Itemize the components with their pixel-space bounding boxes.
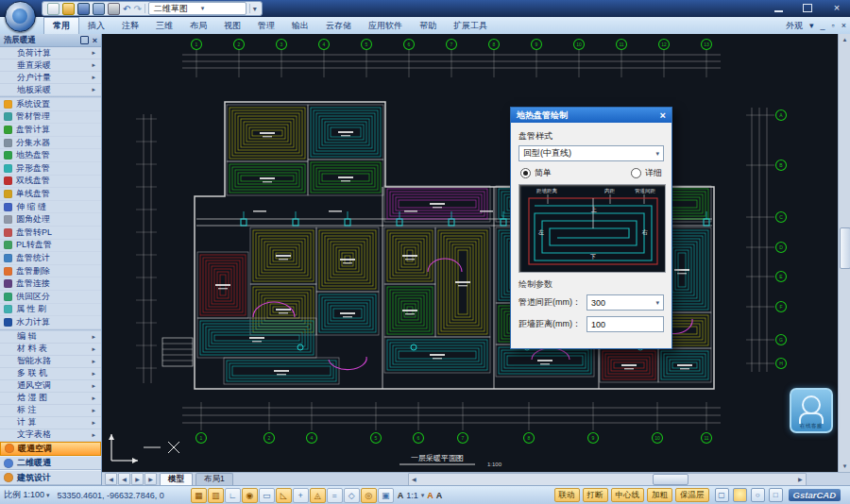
ribbon-tab-1[interactable]: 常用 <box>43 17 79 34</box>
polar-icon[interactable]: ◉ <box>242 488 258 503</box>
otrack-icon[interactable]: = <box>327 488 343 503</box>
sidebar-tool-6[interactable]: 异形盘管 <box>0 162 101 176</box>
sidebar-item-1[interactable]: 负荷计算▸ <box>0 47 101 59</box>
sidebar-tool-3[interactable]: 盘管计算 <box>0 124 101 137</box>
sidebar-menu-2[interactable]: 材 料 表▸ <box>0 344 101 356</box>
toggle-2[interactable]: 打断 <box>583 488 608 502</box>
sidebar-menu-6[interactable]: 焓 湿 图▸ <box>0 393 101 405</box>
qat-more-icon[interactable]: ▾ <box>253 5 257 13</box>
gstarcad-logo[interactable] <box>5 1 36 32</box>
open-file-icon[interactable] <box>62 3 75 15</box>
sidebar-tool-8[interactable]: 单线盘管 <box>0 188 101 201</box>
scroll-right-icon[interactable]: ▶ <box>795 475 806 484</box>
osnap-icon[interactable]: ◬ <box>310 488 326 503</box>
ribbon-tab-4[interactable]: 三维 <box>147 17 181 34</box>
chevron-down-icon[interactable]: ▾ <box>809 21 814 30</box>
annotation-auto-icon[interactable]: A <box>436 491 443 500</box>
toggle-3[interactable]: 中心线 <box>611 488 645 502</box>
ribbon-tab-10[interactable]: 应用软件 <box>360 17 411 34</box>
sidebar-menu-3[interactable]: 智能水路▸ <box>0 356 101 368</box>
sidebar-menu-5[interactable]: 通风空调▸ <box>0 380 101 393</box>
redo-icon[interactable]: ↷ <box>133 4 141 14</box>
sidebar-tool-2[interactable]: 管材管理 <box>0 111 101 125</box>
vertical-scroll-thumb[interactable] <box>840 227 850 269</box>
scroll-up-icon[interactable]: ▲ <box>839 34 850 45</box>
sidebar-item-3[interactable]: 分户计量▸ <box>0 72 101 84</box>
ribbon-tab-5[interactable]: 布局 <box>181 17 215 34</box>
close-icon[interactable]: × <box>93 36 97 45</box>
ribbon-tab-9[interactable]: 云存储 <box>317 17 360 34</box>
sidebar-tool-10[interactable]: 圆角处理 <box>0 213 101 227</box>
undo-icon[interactable]: ↶ <box>123 4 130 14</box>
workspace-1[interactable]: 暖通空调 <box>0 442 101 456</box>
online-support-badge[interactable]: 在线客服 <box>790 388 833 433</box>
annotation-scale[interactable]: 1:1 <box>406 491 418 500</box>
ortho-icon[interactable]: ∟ <box>225 488 241 503</box>
sidebar-item-2[interactable]: 垂直采暖▸ <box>0 59 101 72</box>
sidebar-menu-9[interactable]: 文字表格▸ <box>0 429 101 442</box>
ribbon-tab-11[interactable]: 帮助 <box>411 17 445 34</box>
maximize-button[interactable] <box>801 3 816 13</box>
radio-detailed[interactable]: 详细 <box>631 167 662 179</box>
save-icon[interactable] <box>77 3 90 15</box>
crosshair-icon[interactable]: + <box>293 488 309 503</box>
ribbon-tab-7[interactable]: 管理 <box>249 17 283 34</box>
toggle-1[interactable]: 联动 <box>554 488 580 502</box>
sidebar-item-4[interactable]: 地板采暖▸ <box>0 84 101 96</box>
pipe-spacing-select[interactable]: 300 ▾ <box>586 294 664 311</box>
workspace-3[interactable]: 建筑设计 <box>0 470 101 484</box>
grid-icon[interactable]: ▦ <box>191 488 207 503</box>
sidebar-tool-15[interactable]: 盘管连接 <box>0 277 101 291</box>
sidebar-tool-7[interactable]: 双线盘管 <box>0 176 101 189</box>
sidebar-tool-11[interactable]: 盘管转PL <box>0 227 101 240</box>
clean-screen-icon[interactable]: □ <box>769 488 783 502</box>
annotation-visibility-icon[interactable]: A <box>427 491 434 500</box>
ribbon-close-icon[interactable]: × <box>842 21 846 30</box>
snap-icon[interactable]: ▥ <box>208 488 224 503</box>
rect-icon[interactable]: ▭ <box>259 488 275 503</box>
ribbon-minimize-icon[interactable]: _ <box>821 21 825 30</box>
tab-layout1[interactable]: 布局1 <box>196 473 233 485</box>
dialog-title-bar[interactable]: 地热盘管绘制 × <box>511 108 672 123</box>
ribbon-tab-6[interactable]: 视图 <box>215 17 249 34</box>
horizontal-scrollbar[interactable]: ◀ ▶ <box>408 473 807 486</box>
sidebar-tool-4[interactable]: 分集水器 <box>0 137 101 150</box>
sidebar-menu-1[interactable]: 编 辑▸ <box>0 331 101 344</box>
tab-model[interactable]: 模型 <box>160 473 193 485</box>
workspace-combobox[interactable]: 二维草图 ▾ <box>148 2 246 15</box>
tab-first-icon[interactable]: ◀ <box>105 473 117 485</box>
dyn-icon[interactable]: ◇ <box>344 488 360 503</box>
tab-next-icon[interactable]: ▶ <box>131 473 144 485</box>
ribbon-restore-icon[interactable]: ▫ <box>832 21 835 30</box>
ribbon-tab-3[interactable]: 注释 <box>113 17 147 34</box>
window-icon[interactable]: ▣ <box>378 488 394 503</box>
zoom-icon[interactable]: ◎ <box>361 488 377 503</box>
horizontal-scroll-thumb[interactable] <box>653 474 688 485</box>
sidebar-tool-13[interactable]: 盘管统计 <box>0 252 101 265</box>
ribbon-tab-12[interactable]: 扩展工具 <box>445 17 496 34</box>
sidebar-tool-18[interactable]: 水力计算 <box>0 316 101 329</box>
tab-prev-icon[interactable]: ◀ <box>118 473 130 485</box>
sidebar-tool-17[interactable]: 属 性 刷 <box>0 304 101 317</box>
sidebar-menu-7[interactable]: 标 注▸ <box>0 405 101 417</box>
angle-icon[interactable]: ◺ <box>276 488 292 503</box>
lightbulb-icon[interactable] <box>733 488 747 502</box>
pin-icon[interactable] <box>80 36 89 44</box>
minimize-button[interactable] <box>773 3 788 13</box>
scroll-left-icon[interactable]: ◀ <box>409 475 419 484</box>
workspace-switch-icon[interactable]: ▢ <box>715 488 729 502</box>
ribbon-tab-8[interactable]: 输出 <box>283 17 317 34</box>
appearance-menu[interactable]: 外观 <box>786 20 803 32</box>
ribbon-tab-2[interactable]: 插入 <box>79 17 113 34</box>
radio-simple[interactable]: 简单 <box>520 167 552 179</box>
new-file-icon[interactable] <box>47 3 60 15</box>
workspace-2[interactable]: 二维暖通 <box>0 456 101 470</box>
sidebar-tool-14[interactable]: 盘管删除 <box>0 265 101 278</box>
close-button[interactable]: × <box>829 3 844 13</box>
sidebar-menu-8[interactable]: 计 算▸ <box>0 417 101 429</box>
drawing-canvas[interactable]: 12345678910111213124567891011ABCDEFGH一层采… <box>102 34 838 472</box>
sidebar-tool-5[interactable]: 地热盘管 <box>0 149 101 162</box>
tab-last-icon[interactable]: ▶ <box>144 473 157 485</box>
coil-style-select[interactable]: 回型(中直线) ▾ <box>518 145 664 161</box>
print-icon[interactable] <box>108 3 120 15</box>
